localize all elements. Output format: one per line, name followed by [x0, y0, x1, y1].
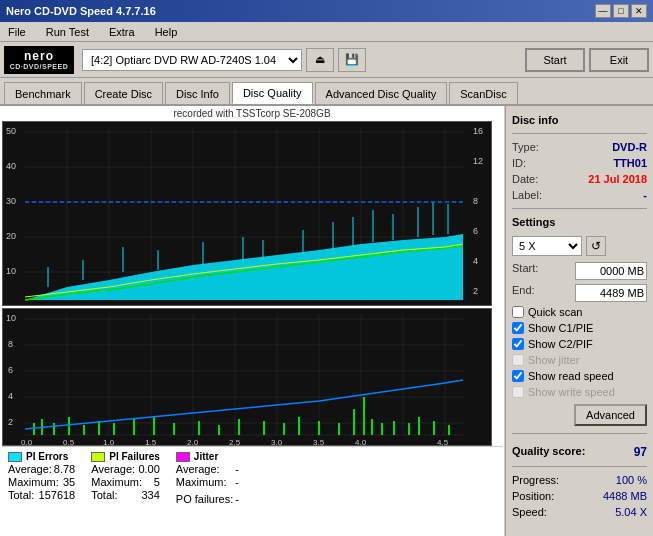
drive-select[interactable]: [4:2] Optiarc DVD RW AD-7240S 1.04	[82, 49, 302, 71]
legend-pi-errors: PI Errors Average: 8.78 Maximum: 35 Tota…	[8, 451, 75, 505]
svg-rect-90	[298, 417, 300, 435]
divider-4	[512, 466, 647, 467]
svg-text:8: 8	[473, 196, 478, 206]
start-button[interactable]: Start	[525, 48, 585, 72]
svg-text:4: 4	[8, 391, 13, 401]
svg-text:2: 2	[8, 417, 13, 427]
svg-text:12: 12	[473, 156, 483, 166]
end-input[interactable]	[575, 284, 647, 302]
save-button[interactable]: 💾	[338, 48, 366, 72]
start-input[interactable]	[575, 262, 647, 280]
svg-rect-92	[338, 423, 340, 435]
id-row: ID: TTH01	[512, 157, 647, 169]
refresh-button[interactable]: ↺	[586, 236, 606, 256]
legend-jitter: Jitter Average: - Maximum: - PO failures…	[176, 451, 239, 505]
svg-rect-78	[68, 417, 70, 435]
quick-scan-label: Quick scan	[528, 306, 582, 318]
type-label: Type:	[512, 141, 539, 153]
advanced-button[interactable]: Advanced	[574, 404, 647, 426]
menu-help[interactable]: Help	[151, 25, 182, 39]
pi-failures-max-value: 5	[154, 476, 160, 488]
pi-failures-max-label: Maximum:	[91, 476, 142, 488]
maximize-button[interactable]: □	[613, 4, 629, 18]
svg-text:2.5: 2.5	[229, 438, 241, 446]
close-button[interactable]: ✕	[631, 4, 647, 18]
tab-advanced-disc-quality[interactable]: Advanced Disc Quality	[315, 82, 448, 104]
id-value: TTH01	[613, 157, 647, 169]
progress-value: 100 %	[616, 474, 647, 486]
show-c1-pie-checkbox[interactable]	[512, 322, 524, 334]
show-jitter-checkbox[interactable]	[512, 354, 524, 366]
divider-1	[512, 133, 647, 134]
svg-text:0.0: 0.0	[21, 303, 33, 306]
svg-text:6: 6	[8, 365, 13, 375]
show-write-speed-label: Show write speed	[528, 386, 615, 398]
window-title: Nero CD-DVD Speed 4.7.7.16	[6, 5, 156, 17]
svg-text:50: 50	[6, 126, 16, 136]
jitter-max-value: -	[235, 476, 239, 488]
right-panel: Disc info Type: DVD-R ID: TTH01 Date: 21…	[505, 106, 653, 536]
jitter-avg-label: Average:	[176, 463, 220, 475]
pi-failures-total-label: Total:	[91, 489, 117, 501]
progress-row: Progress: 100 %	[512, 474, 647, 486]
divider-2	[512, 208, 647, 209]
speed-label: Speed:	[512, 506, 547, 518]
date-label: Date:	[512, 173, 538, 185]
svg-text:4.5: 4.5	[437, 303, 449, 306]
exit-button[interactable]: Exit	[589, 48, 649, 72]
speed-select[interactable]: 5 X	[512, 236, 582, 256]
menu-run-test[interactable]: Run Test	[42, 25, 93, 39]
svg-rect-82	[133, 419, 135, 435]
pi-errors-label: PI Errors	[26, 451, 68, 462]
speed-value: 5.04 X	[615, 506, 647, 518]
po-failures-value: -	[235, 493, 239, 505]
menu-file[interactable]: File	[4, 25, 30, 39]
tab-scandisc[interactable]: ScanDisc	[449, 82, 517, 104]
svg-text:0.5: 0.5	[63, 303, 75, 306]
pi-errors-max-value: 35	[63, 476, 75, 488]
show-jitter-row: Show jitter	[512, 354, 647, 366]
show-c2-pif-checkbox[interactable]	[512, 338, 524, 350]
po-failures-label: PO failures:	[176, 493, 233, 505]
svg-rect-84	[173, 423, 175, 435]
show-read-speed-row: Show read speed	[512, 370, 647, 382]
tab-bar: Benchmark Create Disc Disc Info Disc Qua…	[0, 78, 653, 106]
show-c2-pif-label: Show C2/PIF	[528, 338, 593, 350]
toolbar: nero CD·DVD/SPEED [4:2] Optiarc DVD RW A…	[0, 42, 653, 78]
quick-scan-row: Quick scan	[512, 306, 647, 318]
quick-scan-checkbox[interactable]	[512, 306, 524, 318]
tab-disc-quality[interactable]: Disc Quality	[232, 82, 313, 104]
date-row: Date: 21 Jul 2018	[512, 173, 647, 185]
show-read-speed-checkbox[interactable]	[512, 370, 524, 382]
svg-text:2.5: 2.5	[229, 303, 241, 306]
pi-errors-avg-value: 8.78	[54, 463, 75, 475]
tab-disc-info[interactable]: Disc Info	[165, 82, 230, 104]
show-write-speed-checkbox[interactable]	[512, 386, 524, 398]
pi-errors-max-label: Maximum:	[8, 476, 59, 488]
type-row: Type: DVD-R	[512, 141, 647, 153]
svg-rect-91	[318, 421, 320, 435]
svg-text:1.5: 1.5	[145, 438, 157, 446]
svg-rect-81	[113, 423, 115, 435]
tab-benchmark[interactable]: Benchmark	[4, 82, 82, 104]
date-value: 21 Jul 2018	[588, 173, 647, 185]
pi-failures-color	[91, 452, 105, 462]
eject-button[interactable]: ⏏	[306, 48, 334, 72]
disc-label-label: Label:	[512, 189, 542, 201]
svg-text:1.5: 1.5	[145, 303, 157, 306]
quality-value: 97	[634, 445, 647, 459]
menu-extra[interactable]: Extra	[105, 25, 139, 39]
tab-create-disc[interactable]: Create Disc	[84, 82, 163, 104]
svg-rect-83	[153, 417, 155, 435]
nero-logo-text: nero	[24, 49, 54, 63]
quality-row: Quality score: 97	[512, 445, 647, 459]
svg-text:2: 2	[473, 286, 478, 296]
disc-label-value: -	[643, 189, 647, 201]
pi-errors-avg-label: Average:	[8, 463, 52, 475]
svg-text:3.0: 3.0	[271, 303, 283, 306]
jitter-label: Jitter	[194, 451, 218, 462]
minimize-button[interactable]: —	[595, 4, 611, 18]
speed-row: 5 X ↺	[512, 236, 647, 256]
position-label: Position:	[512, 490, 554, 502]
end-mb-row: End:	[512, 284, 647, 302]
